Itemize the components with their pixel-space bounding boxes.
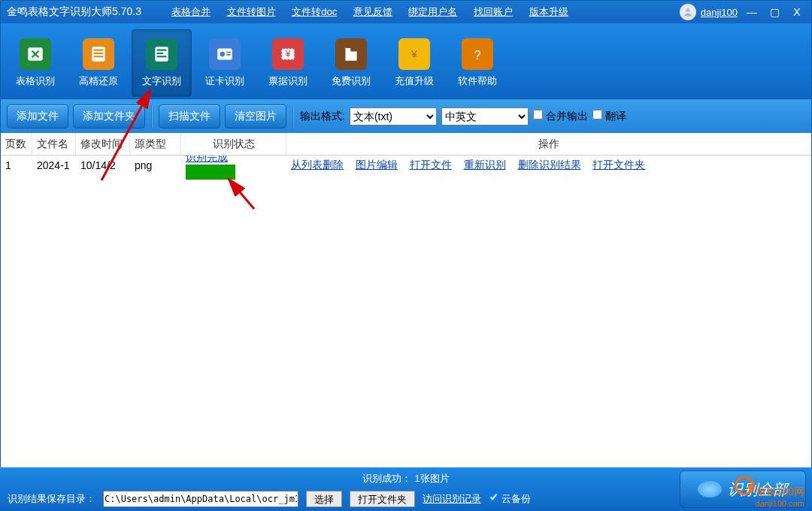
cell-filename: 2024-1 bbox=[32, 159, 76, 171]
watermark-icon bbox=[735, 476, 754, 495]
svg-point-11 bbox=[220, 52, 226, 57]
svg-text:¥: ¥ bbox=[285, 49, 291, 59]
op-open-folder[interactable]: 打开文件夹 bbox=[592, 159, 645, 171]
col-status: 识别状态 bbox=[181, 133, 286, 155]
save-dir-input[interactable] bbox=[103, 491, 298, 507]
cell-status: 识别完成 bbox=[181, 156, 286, 180]
user-area[interactable]: danji100 bbox=[680, 4, 738, 20]
ribbon-icon bbox=[83, 38, 114, 70]
ribbon-label: 票据识别 bbox=[268, 74, 308, 88]
ribbon-软件帮助[interactable]: ?软件帮助 bbox=[447, 29, 508, 97]
ribbon-label: 软件帮助 bbox=[458, 74, 497, 88]
op-remove-from-list[interactable]: 从列表删除 bbox=[291, 159, 344, 171]
svg-rect-9 bbox=[157, 56, 167, 57]
progress-bar bbox=[186, 165, 235, 180]
svg-point-0 bbox=[686, 8, 690, 12]
app-title: 金鸣表格文字识别大师5.70.3 bbox=[7, 5, 141, 19]
op-delete-result[interactable]: 删除识别结果 bbox=[518, 159, 581, 171]
maximize-button[interactable]: ▢ bbox=[766, 5, 783, 20]
separator bbox=[151, 105, 153, 128]
table-body: 1 2024-1 10/14/2 png 识别完成 从列表删除 图片编辑 打开文… bbox=[1, 156, 811, 467]
ribbon-高精还原[interactable]: 高精还原 bbox=[68, 29, 129, 97]
link-merge-tables[interactable]: 表格合并 bbox=[171, 6, 211, 17]
choose-dir-button[interactable]: 选择 bbox=[306, 491, 342, 507]
ribbon-label: 免费识别 bbox=[332, 74, 371, 88]
svg-rect-13 bbox=[226, 54, 230, 56]
minimize-button[interactable]: — bbox=[744, 5, 760, 20]
svg-rect-8 bbox=[157, 53, 164, 54]
add-folder-button[interactable]: 添加文件夹 bbox=[73, 104, 145, 129]
table-row[interactable]: 1 2024-1 10/14/2 png 识别完成 从列表删除 图片编辑 打开文… bbox=[1, 156, 811, 175]
cell-srctype: png bbox=[130, 159, 181, 171]
output-format-label: 输出格式: bbox=[300, 110, 345, 123]
link-file-to-image[interactable]: 文件转图片 bbox=[227, 6, 276, 17]
ribbon-充值升级[interactable]: ¥充值升级 bbox=[384, 29, 444, 97]
svg-rect-5 bbox=[94, 56, 104, 57]
lens-icon bbox=[698, 481, 722, 497]
ribbon-票据识别[interactable]: ¥票据识别 bbox=[258, 29, 318, 97]
toolbar: 添加文件 添加文件夹 扫描文件 清空图片 输出格式: 文本(txt) 中英文 合… bbox=[1, 98, 811, 133]
link-recover-account[interactable]: 找回账户 bbox=[474, 6, 513, 17]
ribbon-label: 高精还原 bbox=[79, 74, 118, 88]
ribbon-免费识别[interactable]: 免费识别 bbox=[321, 29, 381, 97]
link-upgrade[interactable]: 版本升级 bbox=[529, 6, 568, 17]
success-label: 识别成功： bbox=[362, 472, 411, 485]
col-pages: 页数 bbox=[1, 133, 32, 155]
add-file-button[interactable]: 添加文件 bbox=[7, 104, 68, 129]
ribbon-icon: ¥ bbox=[272, 38, 304, 70]
watermark: 单机100网 danji100.com bbox=[735, 476, 804, 508]
status-done-link[interactable]: 识别完成 bbox=[186, 156, 228, 163]
col-mtime: 修改时间 bbox=[76, 133, 130, 155]
ribbon-icon bbox=[209, 38, 241, 70]
op-edit-image[interactable]: 图片编辑 bbox=[356, 159, 398, 171]
scan-file-button[interactable]: 扫描文件 bbox=[159, 104, 220, 129]
op-open-file[interactable]: 打开文件 bbox=[410, 159, 452, 171]
ribbon-label: 证卡识别 bbox=[205, 74, 244, 88]
close-button[interactable]: X bbox=[789, 5, 805, 20]
success-count: 1张图片 bbox=[414, 472, 449, 485]
ribbon-文字识别[interactable]: 文字识别 bbox=[132, 29, 192, 97]
col-ops: 操作 bbox=[286, 133, 811, 155]
menubar-links: 表格合并 文件转图片 文件转doc 意见反馈 绑定用户名 找回账户 版本升级 bbox=[171, 5, 582, 19]
ribbon-icon: ? bbox=[462, 38, 493, 70]
save-dir-label: 识别结果保存目录： bbox=[8, 492, 95, 506]
svg-text:¥: ¥ bbox=[411, 48, 417, 60]
table-header: 页数 文件名 修改时间 源类型 识别状态 操作 bbox=[1, 133, 811, 156]
svg-rect-12 bbox=[226, 52, 230, 53]
cloud-backup-checkbox[interactable]: 云备份 bbox=[489, 492, 531, 506]
output-format-select[interactable]: 文本(txt) bbox=[350, 107, 437, 125]
avatar-icon bbox=[680, 4, 696, 20]
visit-log-link[interactable]: 访问识别记录 bbox=[423, 492, 481, 506]
svg-rect-3 bbox=[94, 50, 104, 51]
ribbon-icon bbox=[335, 38, 367, 70]
ribbon-表格识别[interactable]: 表格识别 bbox=[5, 29, 65, 97]
ribbon-证卡识别[interactable]: 证卡识别 bbox=[195, 29, 255, 97]
translate-checkbox[interactable]: 翻译 bbox=[592, 110, 626, 123]
svg-text:?: ? bbox=[474, 48, 480, 62]
col-filename: 文件名 bbox=[32, 133, 76, 155]
clear-images-button[interactable]: 清空图片 bbox=[225, 104, 286, 129]
ribbon-icon: ¥ bbox=[398, 38, 430, 70]
cell-pages: 1 bbox=[1, 159, 32, 171]
footer: 识别成功： 1张图片 识别结果保存目录： 选择 打开文件夹 访问识别记录 云备份… bbox=[0, 467, 812, 511]
link-bind-user[interactable]: 绑定用户名 bbox=[408, 6, 457, 17]
language-select[interactable]: 中英文 bbox=[441, 107, 529, 125]
link-file-to-doc[interactable]: 文件转doc bbox=[292, 6, 337, 17]
op-re-recognize[interactable]: 重新识别 bbox=[464, 159, 506, 171]
ribbon-icon bbox=[20, 38, 51, 70]
merge-output-checkbox[interactable]: 合并输出 bbox=[533, 110, 588, 123]
svg-rect-4 bbox=[94, 53, 104, 54]
open-folder-button[interactable]: 打开文件夹 bbox=[350, 491, 415, 507]
ribbon-label: 文字识别 bbox=[142, 74, 181, 88]
ribbon-label: 充值升级 bbox=[395, 74, 434, 88]
username[interactable]: danji100 bbox=[701, 7, 738, 18]
cell-ops: 从列表删除 图片编辑 打开文件 重新识别 删除识别结果 打开文件夹 bbox=[286, 159, 811, 172]
cell-mtime: 10/14/2 bbox=[76, 159, 130, 171]
ribbon-icon bbox=[146, 38, 177, 70]
col-srctype: 源类型 bbox=[130, 133, 181, 155]
svg-rect-7 bbox=[157, 50, 167, 51]
ribbon: 表格识别高精还原文字识别证卡识别¥票据识别免费识别¥充值升级?软件帮助 bbox=[1, 23, 811, 98]
link-feedback[interactable]: 意见反馈 bbox=[353, 6, 392, 17]
ribbon-label: 表格识别 bbox=[16, 74, 55, 88]
titlebar: 金鸣表格文字识别大师5.70.3 表格合并 文件转图片 文件转doc 意见反馈 … bbox=[1, 1, 811, 23]
